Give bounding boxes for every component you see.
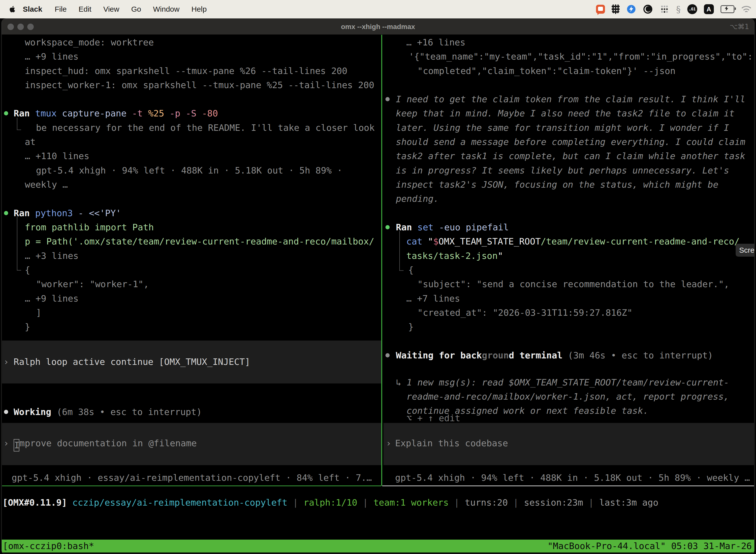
output-line: } (25, 320, 30, 334)
output-line: workspace_mode: worktree (25, 35, 154, 49)
output-line: … +110 lines (25, 149, 89, 163)
active-pane-border (2, 486, 381, 486)
output-line: "completed","claim_token":"claim-token"}… (418, 64, 675, 78)
output-line: … +3 lines (25, 249, 79, 263)
output-line: at (25, 135, 36, 149)
tmux-status-bar: [omx-cczip0:bash* "MacBook-Pro-44.local"… (2, 540, 754, 553)
waiting-status: Waiting for background terminal (3m 46s … (396, 348, 713, 363)
edit-hint: ⌥ + ↑ edit (406, 413, 460, 424)
thinking-bullet-icon (385, 97, 390, 101)
tmux-session-label: [omx-cczip0:bash* (3, 540, 94, 553)
menu-edit[interactable]: Edit (73, 5, 98, 13)
window-shortcut: ⌥⌘1 (730, 19, 749, 35)
output-line: … +16 lines (406, 35, 465, 49)
output-line: "subject": "send a concise recommendatio… (418, 277, 729, 291)
thinking-line: pending. (396, 191, 439, 206)
code-line: p = Path('.omx/state/team/review-current… (25, 234, 374, 248)
ralph-loop-band: › Ralph loop active continue [OMX_TMUX_I… (2, 340, 381, 384)
output-line: } (408, 320, 414, 334)
working-bullet-icon (4, 410, 8, 414)
tmux-host-clock: "MacBook-Pro-44.local" 05:03 31-Mar-26 (548, 540, 752, 553)
output-line: weekly … (25, 177, 68, 191)
dots-grid-icon[interactable] (659, 4, 670, 14)
session-status-line: gpt-5.4 xhigh · essay/ai-reimplementatio… (12, 470, 372, 485)
pane-divider[interactable] (381, 35, 382, 486)
text-cursor: I (14, 439, 19, 451)
badge-bolt-icon[interactable] (626, 4, 636, 14)
output-line: ] (36, 306, 42, 320)
menu-go[interactable]: Go (125, 5, 147, 13)
output-line: … +9 lines (25, 49, 79, 63)
output-line: inspect_hud: omx sparkshell --tmux-pane … (25, 64, 347, 78)
menu-app-name[interactable]: Slack (19, 5, 49, 13)
command-line: cat "$OMX_TEAM_STATE_ROOT/team/review-cu… (406, 234, 740, 248)
output-line: be necessary for the end of the README. … (36, 121, 375, 135)
menu-window[interactable]: Window (147, 5, 186, 13)
terminal-window: omx --xhigh --madmax ⌥⌘1 workspace_mode:… (1, 18, 755, 554)
output-line: { (408, 263, 414, 277)
input-source-icon[interactable]: A (704, 4, 714, 14)
ran-bullet-icon (385, 225, 390, 229)
session-status-line: gpt-5.4 xhigh · 94% left · 488K in · 5.1… (395, 470, 750, 485)
window-titlebar: omx --xhigh --madmax ⌥⌘1 (1, 18, 755, 35)
thinking-line: inspect task2's JSON, focusing on the st… (396, 177, 718, 191)
output-line: "worker": "worker-1", (36, 277, 149, 291)
prompt-input[interactable]: › Explain this codebase (383, 423, 754, 465)
mailbox-message-line: ↳ 1 new msg(s): read $OMX_TEAM_STATE_ROO… (396, 375, 729, 389)
waiting-bullet-icon (385, 353, 390, 357)
apple-menu-icon[interactable] (9, 5, 16, 13)
chevron-icon: › (3, 355, 9, 369)
menu-bar: Slack File Edit View Go Window Help (0, 0, 756, 18)
continuation-corner-icon (399, 231, 403, 271)
output-line: gpt-5.4 xhigh · 94% left · 488K in · 5.1… (36, 163, 342, 177)
screen-tooltip: Scre (736, 244, 755, 257)
ralph-loop-status: Ralph loop active continue [OMX_TMUX_INJ… (14, 355, 250, 369)
ran-bullet-icon (4, 111, 8, 115)
window-title: omx --xhigh --madmax (1, 19, 755, 35)
thinking-line: I need to get the claim token from the c… (396, 92, 745, 106)
mailbox-message-line: readme-and-reco/mailbox/worker-1.json, a… (406, 389, 729, 403)
output-line: … +7 lines (406, 291, 460, 306)
screen: Slack File Edit View Go Window Help (0, 0, 756, 554)
working-status: Working (6m 38s • esc to interrupt) (14, 405, 202, 419)
output-line: { (25, 263, 30, 277)
ran-bullet-icon (4, 211, 8, 215)
output-line: … +9 lines (25, 291, 79, 306)
prompt-placeholder: Improve documentation in @filename (14, 436, 197, 450)
command-line: Ran python3 - <<'PY' (14, 206, 121, 220)
moon-circle-icon[interactable] (643, 4, 653, 14)
output-line: '{"team_name":"my-team","task_id":"1","f… (409, 49, 753, 63)
command-line: tasks/task-2.json" (406, 249, 503, 263)
battery-icon[interactable] (720, 5, 735, 13)
prompt-input[interactable]: › Improve documentation in @filename (2, 423, 381, 465)
wifi-icon[interactable] (741, 5, 752, 13)
output-line: "created_at": "2026-03-31T11:59:27.816Z" (418, 306, 632, 320)
thinking-line: is in progress? It seems likely but perh… (396, 163, 729, 177)
prompt-chevron-icon: › (3, 436, 9, 450)
menu-view[interactable]: View (97, 5, 125, 13)
inactive-pane-border (382, 486, 754, 486)
code-line: from pathlib import Path (25, 220, 154, 234)
shield-grid-icon[interactable] (612, 4, 620, 14)
output-line: inspect_worker-1: omx sparkshell --tmux-… (25, 78, 374, 92)
omx-hud-status: [OMX#0.11.9] cczip/essay/ai-reimplementa… (2, 495, 658, 510)
menu-help[interactable]: Help (186, 5, 213, 13)
command-line: Ran set -euo pipefail (396, 220, 509, 234)
continuation-corner-icon (17, 118, 21, 130)
menu-file[interactable]: File (49, 5, 72, 13)
prompt-chevron-icon: › (386, 436, 391, 450)
thinking-line: task2 after task1 is complete, but can I… (396, 149, 745, 163)
count-badge-icon[interactable]: ..61 (687, 4, 697, 14)
prompt-placeholder: Explain this codebase (395, 436, 508, 450)
thinking-line: later. Using the same for transition mig… (396, 121, 729, 135)
thinking-line: should send a message before completing … (396, 135, 745, 149)
thinking-line: keep that in mind. Maybe I also need the… (396, 106, 735, 120)
hook-icon[interactable]: § (676, 4, 681, 14)
command-line: Ran tmux capture-pane -t %25 -p -S -80 (14, 106, 218, 120)
chat-app-icon[interactable] (596, 5, 605, 14)
continuation-corner-icon (17, 216, 21, 271)
